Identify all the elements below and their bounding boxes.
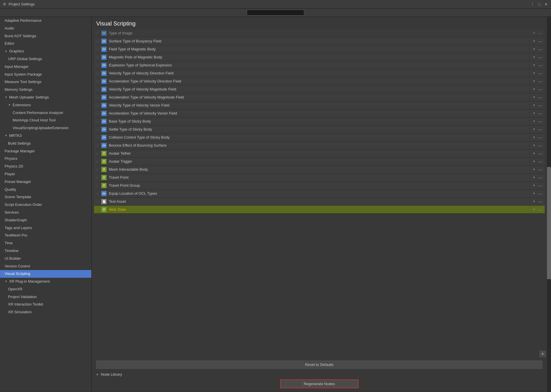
node-library-header[interactable]: ► Node Library bbox=[96, 372, 542, 377]
row-remove-btn-row17[interactable]: — bbox=[537, 167, 544, 172]
sidebar-item-textmesh-pro[interactable]: TextMesh Pro bbox=[0, 232, 91, 239]
sidebar-item-xr-simulation[interactable]: XR Simulation bbox=[0, 308, 91, 316]
row-remove-btn-row11[interactable]: — bbox=[537, 119, 544, 124]
sidebar-item-visual-scripting-uploader[interactable]: VisualScriptingUploaderExtension bbox=[0, 124, 91, 132]
sidebar-item-input-system-package[interactable]: Input System Package bbox=[0, 71, 91, 78]
sidebar-item-version-control[interactable]: Version Control bbox=[0, 263, 91, 270]
sidebar-item-adaptive-performance[interactable]: Adaptive Performance bbox=[0, 17, 91, 25]
row-remove-btn-row16[interactable]: — bbox=[537, 159, 544, 164]
sidebar-item-quality[interactable]: Quality bbox=[0, 186, 91, 194]
row-dropdown-row9[interactable]: ▼ bbox=[531, 104, 537, 107]
row-dropdown-row19[interactable]: ▼ bbox=[531, 184, 537, 187]
row-remove-btn-row21[interactable]: — bbox=[537, 199, 544, 204]
sidebar-item-memory-settings[interactable]: Memory Settings bbox=[0, 86, 91, 94]
search-input[interactable] bbox=[247, 10, 304, 15]
row-remove-btn-row3[interactable]: — bbox=[537, 55, 544, 60]
row-remove-btn-row9[interactable]: — bbox=[537, 103, 544, 108]
row-remove-btn-row1[interactable]: — bbox=[537, 39, 544, 44]
row-remove-btn-row13[interactable]: — bbox=[537, 135, 544, 140]
sidebar-item-physics[interactable]: Physics bbox=[0, 155, 91, 163]
drag-handle-row19: — bbox=[94, 184, 100, 187]
sidebar-item-xr-plug-in-management[interactable]: XR Plug-in Management bbox=[0, 278, 91, 285]
row-dropdown-row7[interactable]: ▼ bbox=[531, 88, 537, 91]
row-remove-btn-row5[interactable]: — bbox=[537, 71, 544, 76]
row-dropdown-row3[interactable]: ▼ bbox=[531, 56, 537, 59]
sidebar-item-tags-and-layers[interactable]: Tags and Layers bbox=[0, 224, 91, 232]
close-btn[interactable]: ✕ bbox=[544, 2, 549, 7]
sidebar-item-meshapp-cloud-host-tool[interactable]: MeshApp Cloud Host Tool bbox=[0, 117, 91, 124]
sidebar-item-content-performance-analyzer[interactable]: Content Performance Analyzer bbox=[0, 109, 91, 117]
scrollbar-track[interactable] bbox=[547, 17, 551, 392]
row-dropdown-row10[interactable]: ▼ bbox=[531, 112, 537, 115]
dropdown-arrow[interactable]: ▼ bbox=[531, 31, 537, 35]
row-dropdown-row16[interactable]: ▼ bbox=[531, 160, 537, 163]
sidebar-item-player[interactable]: Player bbox=[0, 170, 91, 178]
row-remove-btn-row10[interactable]: — bbox=[537, 111, 544, 116]
sidebar-item-timeline[interactable]: Timeline bbox=[0, 247, 91, 255]
sidebar-item-xr-interaction-toolkit[interactable]: XR Interaction Toolkit bbox=[0, 301, 91, 308]
remove-btn[interactable]: — bbox=[537, 31, 544, 36]
sidebar-item-audio[interactable]: Audio bbox=[0, 25, 91, 32]
sidebar-item-editor[interactable]: Editor bbox=[0, 40, 91, 48]
sidebar-item-visual-scripting[interactable]: Visual Scripting bbox=[0, 270, 91, 278]
row-remove-btn-row2[interactable]: — bbox=[537, 47, 544, 52]
sidebar-item-measure-tool-settings[interactable]: Measure Tool Settings bbox=[0, 78, 91, 86]
row-dropdown-row14[interactable]: ▼ bbox=[531, 144, 537, 147]
more-options-btn[interactable]: ⋮ bbox=[530, 2, 535, 7]
sidebar-item-burst-aot-settings[interactable]: Burst AOT Settings bbox=[0, 32, 91, 40]
row-dropdown-row5[interactable]: ▼ bbox=[531, 72, 537, 75]
row-dropdown-row6[interactable]: ▼ bbox=[531, 80, 537, 83]
row-dropdown-row21[interactable]: ▼ bbox=[531, 200, 537, 203]
row-remove-btn-row15[interactable]: — bbox=[537, 151, 544, 156]
row-dropdown-row2[interactable]: ▼ bbox=[531, 48, 537, 51]
sidebar-item-urp-global-settings[interactable]: URP Global Settings bbox=[0, 55, 91, 63]
row-dropdown-row13[interactable]: ▼ bbox=[531, 136, 537, 139]
sidebar-item-script-execution-order[interactable]: Script Execution Order bbox=[0, 201, 91, 209]
window-controls[interactable]: ⋮ □ ✕ bbox=[530, 2, 549, 7]
sidebar-item-preset-manager[interactable]: Preset Manager bbox=[0, 178, 91, 186]
sidebar-item-mrtk3[interactable]: MRTK3 bbox=[0, 132, 91, 140]
row-dropdown-row15[interactable]: ▼ bbox=[531, 152, 537, 155]
sidebar-item-ui-builder[interactable]: UI Builder bbox=[0, 255, 91, 263]
row-remove-btn-row14[interactable]: — bbox=[537, 143, 544, 148]
row-remove-btn-row12[interactable]: — bbox=[537, 127, 544, 132]
row-dropdown-row18[interactable]: ▼ bbox=[531, 176, 537, 179]
row-remove-btn-row20[interactable]: — bbox=[537, 191, 544, 196]
row-label-row1: Surface Type of Buoyancy Field bbox=[108, 39, 531, 43]
row-remove-btn-row18[interactable]: — bbox=[537, 175, 544, 180]
scrollbar-thumb[interactable] bbox=[547, 167, 551, 279]
row-remove-btn-row8[interactable]: — bbox=[537, 95, 544, 100]
row-dropdown-row20[interactable]: ▼ bbox=[531, 192, 537, 195]
sidebar-item-input-manager[interactable]: Input Manager bbox=[0, 63, 91, 71]
sidebar-item-graphics[interactable]: Graphics bbox=[0, 48, 91, 55]
sidebar-item-openxr[interactable]: OpenXR bbox=[0, 285, 91, 293]
add-type-button[interactable]: + bbox=[540, 351, 546, 357]
sidebar-item-time[interactable]: Time bbox=[0, 239, 91, 247]
sidebar-item-build-settings[interactable]: Build Settings bbox=[0, 140, 91, 147]
row-dropdown-row1[interactable]: ▼ bbox=[531, 40, 537, 43]
row-dropdown-row4[interactable]: ▼ bbox=[531, 64, 537, 67]
sidebar-item-mesh-uploader-settings[interactable]: Mesh Uploader Settings bbox=[0, 94, 91, 101]
sidebar-item-scene-template[interactable]: Scene Template bbox=[0, 193, 91, 201]
sidebar-item-physics-2d[interactable]: Physics 2D bbox=[0, 163, 91, 170]
sidebar-item-extensions[interactable]: Extensions bbox=[0, 101, 91, 109]
row-remove-btn-row22[interactable]: — bbox=[537, 207, 544, 212]
row-dropdown-row22[interactable]: ▼ bbox=[531, 208, 537, 211]
row-dropdown-row12[interactable]: ▼ bbox=[531, 128, 537, 131]
sidebar-item-services[interactable]: Services bbox=[0, 209, 91, 216]
type-row-row20: —C#Equip Location of OCL Types▼— bbox=[94, 190, 545, 198]
regenerate-nodes-button[interactable]: Regenerate Nodes bbox=[280, 379, 358, 388]
sidebar-item-package-manager[interactable]: Package Manager bbox=[0, 147, 91, 155]
row-dropdown-row8[interactable]: ▼ bbox=[531, 96, 537, 99]
row-remove-btn-row19[interactable]: — bbox=[537, 183, 544, 188]
reset-defaults-button[interactable]: Reset to Defaults bbox=[96, 361, 542, 369]
row-dropdown-row11[interactable]: ▼ bbox=[531, 120, 537, 123]
maximize-btn[interactable]: □ bbox=[537, 2, 542, 7]
type-row-row5: —C#Velocity Type of Velocity Direction F… bbox=[94, 69, 545, 77]
row-remove-btn-row6[interactable]: — bbox=[537, 79, 544, 84]
row-remove-btn-row7[interactable]: — bbox=[537, 87, 544, 92]
sidebar-item-shader-graph[interactable]: ShaderGraph bbox=[0, 216, 91, 224]
row-dropdown-row17[interactable]: ▼ bbox=[531, 168, 537, 171]
row-remove-btn-row4[interactable]: — bbox=[537, 63, 544, 68]
sidebar-item-project-validation[interactable]: Project Validation bbox=[0, 293, 91, 301]
